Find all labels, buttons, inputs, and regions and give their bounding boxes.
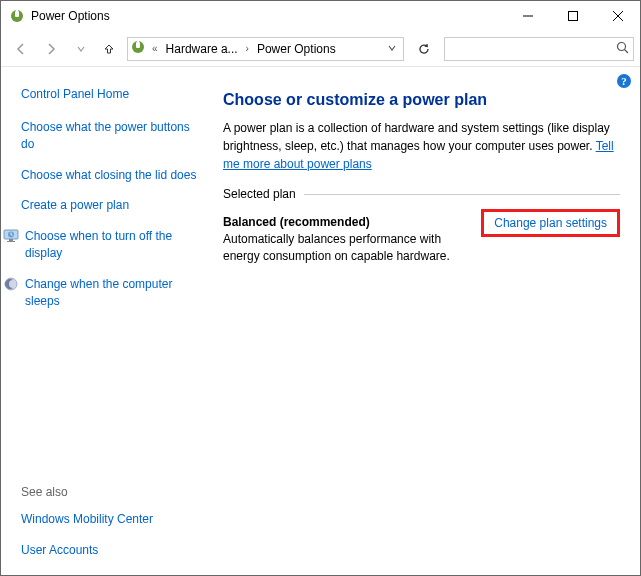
sidebar: Control Panel Home Choose what the power…	[1, 67, 211, 575]
window-buttons	[505, 1, 640, 31]
section-divider	[304, 194, 620, 195]
control-panel-home-link[interactable]: Control Panel Home	[21, 87, 201, 101]
content: Control Panel Home Choose what the power…	[1, 67, 640, 575]
breadcrumb-seg-power[interactable]: Power Options	[255, 42, 338, 56]
plan-name: Balanced (recommended)	[223, 215, 469, 229]
section-header: Selected plan	[223, 187, 620, 201]
svg-rect-2	[16, 10, 18, 12]
desc-text: A power plan is a collection of hardware…	[223, 121, 610, 153]
svg-rect-15	[7, 241, 15, 242]
chevron-right-icon[interactable]: ›	[244, 43, 251, 54]
minimize-button[interactable]	[505, 1, 550, 31]
sidebar-link-create-plan[interactable]: Create a power plan	[21, 197, 201, 214]
sidebar-item-computer-sleeps: Change when the computer sleeps	[1, 276, 201, 310]
titlebar: Power Options	[1, 1, 640, 31]
back-button[interactable]	[7, 35, 35, 63]
svg-point-10	[618, 42, 626, 50]
change-plan-settings-link[interactable]: Change plan settings	[481, 209, 620, 237]
monitor-icon	[3, 228, 19, 244]
sidebar-top: Control Panel Home Choose what the power…	[21, 87, 201, 485]
see-also-label: See also	[21, 485, 201, 499]
forward-button[interactable]	[37, 35, 65, 63]
up-button[interactable]	[97, 35, 121, 63]
power-options-icon	[130, 39, 146, 58]
search-box[interactable]	[444, 37, 634, 61]
search-icon[interactable]	[616, 41, 629, 57]
plan-row: Balanced (recommended) Automatically bal…	[223, 215, 620, 265]
page-heading: Choose or customize a power plan	[223, 91, 620, 109]
sidebar-link-turn-off-display[interactable]: Choose when to turn off the display	[25, 228, 201, 262]
sidebar-link-closing-lid[interactable]: Choose what closing the lid does	[21, 167, 201, 184]
plan-description: Automatically balances performance with …	[223, 231, 469, 265]
svg-line-11	[625, 49, 629, 53]
svg-text:?: ?	[621, 75, 627, 87]
plan-info: Balanced (recommended) Automatically bal…	[223, 215, 469, 265]
power-options-icon	[9, 8, 25, 24]
breadcrumb-back-chevron[interactable]: «	[150, 43, 160, 54]
navbar: « Hardware a... › Power Options	[1, 31, 640, 67]
page-description: A power plan is a collection of hardware…	[223, 119, 620, 173]
maximize-button[interactable]	[550, 1, 595, 31]
search-input[interactable]	[449, 42, 616, 56]
main: ? Choose or customize a power plan A pow…	[211, 67, 640, 575]
close-button[interactable]	[595, 1, 640, 31]
address-dropdown[interactable]	[383, 42, 401, 56]
sidebar-link-computer-sleeps[interactable]: Change when the computer sleeps	[25, 276, 201, 310]
svg-rect-9	[137, 41, 139, 43]
see-also-mobility-center[interactable]: Windows Mobility Center	[21, 511, 201, 528]
svg-rect-1	[15, 11, 19, 17]
moon-icon	[3, 276, 19, 292]
sidebar-bottom: See also Windows Mobility Center User Ac…	[21, 485, 201, 563]
recent-dropdown[interactable]	[67, 35, 95, 63]
address-bar[interactable]: « Hardware a... › Power Options	[127, 37, 404, 61]
sidebar-item-turn-off-display: Choose when to turn off the display	[1, 228, 201, 262]
window-title: Power Options	[31, 9, 505, 23]
svg-rect-4	[568, 12, 577, 21]
svg-rect-14	[9, 239, 13, 241]
svg-rect-8	[136, 42, 140, 48]
sidebar-link-power-buttons[interactable]: Choose what the power buttons do	[21, 119, 201, 153]
see-also-user-accounts[interactable]: User Accounts	[21, 542, 201, 559]
help-icon[interactable]: ?	[616, 73, 632, 89]
section-label: Selected plan	[223, 187, 304, 201]
breadcrumb-seg-hardware[interactable]: Hardware a...	[164, 42, 240, 56]
refresh-button[interactable]	[410, 37, 438, 61]
